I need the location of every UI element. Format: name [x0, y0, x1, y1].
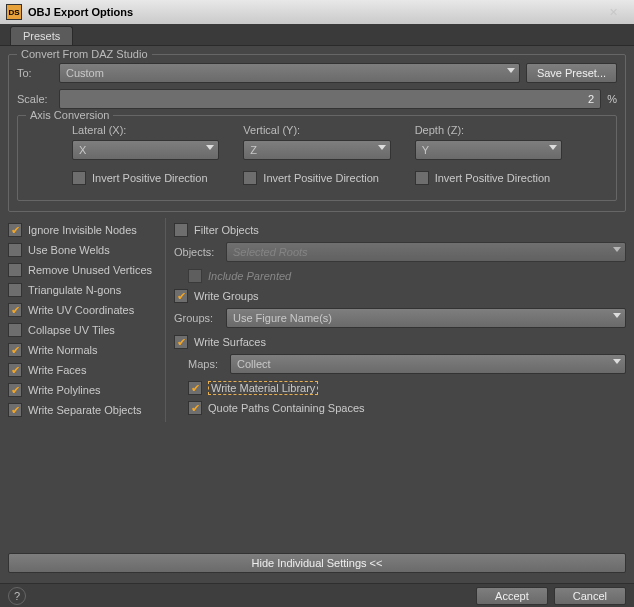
maps-label: Maps: — [188, 358, 224, 370]
axis-legend: Axis Conversion — [26, 109, 113, 121]
filter-objects-label: Filter Objects — [194, 224, 259, 236]
write-uv-checkbox[interactable] — [8, 303, 22, 317]
write-uv-label: Write UV Coordinates — [28, 304, 134, 316]
include-parented-label: Include Parented — [208, 270, 291, 282]
ignore-invisible-checkbox[interactable] — [8, 223, 22, 237]
collapse-uv-checkbox[interactable] — [8, 323, 22, 337]
write-surfaces-label: Write Surfaces — [194, 336, 266, 348]
collapse-uv-label: Collapse UV Tiles — [28, 324, 115, 336]
close-icon: ✕ — [609, 6, 618, 19]
quote-paths-checkbox[interactable] — [188, 401, 202, 415]
scale-unit: % — [607, 93, 617, 105]
write-polylines-label: Write Polylines — [28, 384, 101, 396]
groups-label: Groups: — [174, 312, 220, 324]
ignore-invisible-label: Ignore Invisible Nodes — [28, 224, 137, 236]
write-separate-checkbox[interactable] — [8, 403, 22, 417]
to-preset-select[interactable]: Custom — [59, 63, 520, 83]
filter-objects-checkbox[interactable] — [174, 223, 188, 237]
to-label: To: — [17, 67, 53, 79]
depth-label: Depth (Z): — [415, 124, 562, 136]
hide-settings-button[interactable]: Hide Individual Settings << — [8, 553, 626, 573]
invert-lateral-label: Invert Positive Direction — [92, 172, 208, 184]
objects-select[interactable]: Selected Roots — [226, 242, 626, 262]
remove-unused-checkbox[interactable] — [8, 263, 22, 277]
invert-lateral-checkbox[interactable] — [72, 171, 86, 185]
title-bar: DS OBJ Export Options ✕ — [0, 0, 634, 24]
groups-select[interactable]: Use Figure Name(s) — [226, 308, 626, 328]
vertical-select[interactable]: Z — [243, 140, 390, 160]
invert-depth-checkbox[interactable] — [415, 171, 429, 185]
write-mtl-checkbox[interactable] — [188, 381, 202, 395]
chevron-down-icon — [549, 145, 557, 150]
chevron-down-icon — [613, 247, 621, 252]
depth-select[interactable]: Y — [415, 140, 562, 160]
app-icon: DS — [6, 4, 22, 20]
convert-legend: Convert From DAZ Studio — [17, 48, 152, 60]
invert-depth-label: Invert Positive Direction — [435, 172, 551, 184]
write-faces-label: Write Faces — [28, 364, 86, 376]
write-separate-label: Write Separate Objects — [28, 404, 142, 416]
write-surfaces-checkbox[interactable] — [174, 335, 188, 349]
cancel-button[interactable]: Cancel — [554, 587, 626, 605]
lateral-select[interactable]: X — [72, 140, 219, 160]
individual-settings: Ignore Invisible Nodes Use Bone Welds Re… — [8, 218, 626, 422]
scale-input[interactable]: 2 — [59, 89, 601, 109]
quote-paths-label: Quote Paths Containing Spaces — [208, 402, 365, 414]
scale-label: Scale: — [17, 93, 53, 105]
tab-bar: Presets — [0, 24, 634, 46]
vertical-label: Vertical (Y): — [243, 124, 390, 136]
help-button[interactable]: ? — [8, 587, 26, 605]
write-groups-checkbox[interactable] — [174, 289, 188, 303]
accept-button[interactable]: Accept — [476, 587, 548, 605]
right-options: Filter Objects Objects: Selected Roots I… — [166, 218, 626, 422]
use-bone-welds-label: Use Bone Welds — [28, 244, 110, 256]
maps-select[interactable]: Collect — [230, 354, 626, 374]
objects-label: Objects: — [174, 246, 220, 258]
write-groups-label: Write Groups — [194, 290, 259, 302]
tab-presets[interactable]: Presets — [10, 26, 73, 45]
remove-unused-label: Remove Unused Vertices — [28, 264, 152, 276]
write-normals-checkbox[interactable] — [8, 343, 22, 357]
write-mtl-label: Write Material Library — [208, 381, 318, 395]
footer: ? Accept Cancel — [0, 583, 634, 607]
close-button[interactable]: ✕ — [598, 0, 628, 24]
write-faces-checkbox[interactable] — [8, 363, 22, 377]
lateral-label: Lateral (X): — [72, 124, 219, 136]
chevron-down-icon — [206, 145, 214, 150]
window-title: OBJ Export Options — [28, 6, 133, 18]
invert-vertical-checkbox[interactable] — [243, 171, 257, 185]
chevron-down-icon — [613, 313, 621, 318]
chevron-down-icon — [378, 145, 386, 150]
save-preset-button[interactable]: Save Preset... — [526, 63, 617, 83]
left-options: Ignore Invisible Nodes Use Bone Welds Re… — [8, 218, 166, 422]
chevron-down-icon — [613, 359, 621, 364]
invert-vertical-label: Invert Positive Direction — [263, 172, 379, 184]
triangulate-label: Triangulate N-gons — [28, 284, 121, 296]
write-normals-label: Write Normals — [28, 344, 97, 356]
use-bone-welds-checkbox[interactable] — [8, 243, 22, 257]
axis-fieldset: Axis Conversion Lateral (X): X Vertical … — [17, 115, 617, 201]
include-parented-checkbox — [188, 269, 202, 283]
triangulate-checkbox[interactable] — [8, 283, 22, 297]
write-polylines-checkbox[interactable] — [8, 383, 22, 397]
convert-fieldset: Convert From DAZ Studio To: Custom Save … — [8, 54, 626, 212]
chevron-down-icon — [507, 68, 515, 73]
